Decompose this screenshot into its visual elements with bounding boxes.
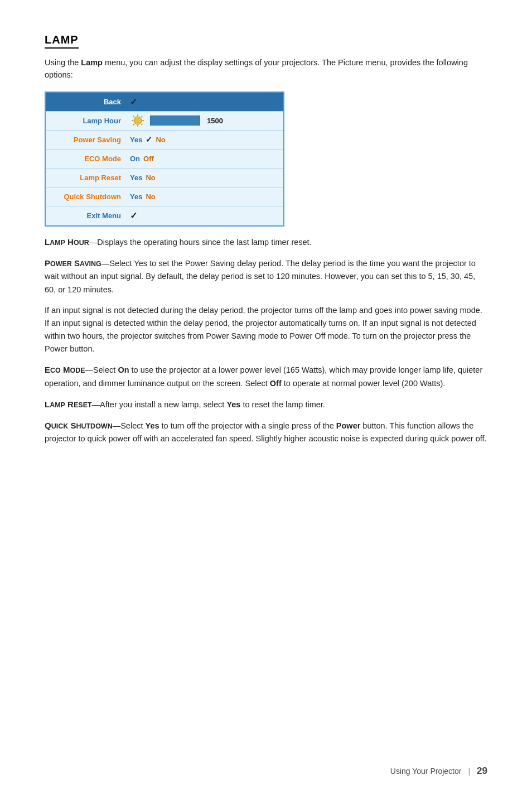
osd-row-quick-shutdown: Quick Shutdown Yes No [46, 187, 283, 206]
quick-shutdown-yes: Yes [130, 192, 142, 201]
osd-value-eco-mode: On Off [127, 155, 283, 163]
desc-dash-lamp-hour: — [89, 238, 98, 247]
footer-page-number: 29 [477, 766, 487, 777]
desc-power-saving-extra: If an input signal is not detected durin… [45, 304, 487, 356]
osd-row-back: Back ✓ [46, 93, 283, 112]
osd-label-quick-shutdown: Quick Shutdown [46, 192, 127, 201]
osd-row-lamp-hour: Lamp Hour 1500 [46, 112, 283, 131]
osd-row-eco-mode: ECO Mode On Off [46, 150, 283, 169]
osd-row-lamp-reset: Lamp Reset Yes No [46, 169, 283, 187]
quick-shutdown-no: No [146, 192, 155, 201]
svg-line-8 [133, 124, 134, 125]
desc-term-eco-mode: ECO MODE [45, 365, 85, 374]
osd-label-lamp-reset: Lamp Reset [46, 174, 127, 182]
lamp-icon [130, 113, 146, 128]
osd-value-lamp-reset: Yes No [127, 174, 283, 182]
desc-text-lamp-reset: After you install a new lamp, select Yes… [100, 400, 325, 409]
desc-dash-eco-mode: — [85, 365, 94, 374]
desc-dash-power-saving: — [101, 259, 110, 268]
desc-term-quick-shutdown: QUICK SHUTDOWN [45, 421, 113, 430]
lamp-reset-no: No [146, 174, 155, 182]
desc-term-power-saving: POWER SAVING [45, 258, 101, 268]
back-checkmark: ✓ [130, 97, 137, 107]
lamp-hours-value: 1500 [207, 117, 223, 125]
desc-power-saving: POWER SAVING—Select Yes to set the Power… [45, 257, 487, 296]
desc-lamp-reset: LAMP RESET—After you install a new lamp,… [45, 398, 487, 411]
power-saving-no: No [156, 136, 165, 144]
footer-separator: | [468, 767, 470, 776]
power-saving-check: ✓ [146, 135, 152, 144]
page-title: LAMP [45, 33, 79, 49]
lamp-progress-bar [150, 115, 200, 126]
desc-text-power-saving: Select Yes to set the Power Saving delay… [45, 259, 476, 293]
desc-lamp-hour: LAMP HOUR—Displays the operating hours s… [45, 235, 487, 249]
desc-text-eco-mode: Select On to use the projector at a lowe… [45, 365, 482, 387]
osd-label-lamp-hour: Lamp Hour [46, 117, 127, 125]
desc-dash-quick-shutdown: — [113, 421, 121, 430]
desc-eco-mode: ECO MODE—Select On to use the projector … [45, 363, 487, 389]
desc-term-lamp-reset: LAMP RESET [45, 399, 92, 409]
desc-dash-lamp-reset: — [92, 400, 100, 409]
osd-row-exit-menu: Exit Menu ✓ [46, 206, 283, 225]
osd-value-lamp-hour: 1500 [127, 113, 283, 128]
svg-line-5 [133, 116, 134, 117]
eco-mode-off: Off [143, 155, 154, 163]
desc-text-power-saving-extra: If an input signal is not detected durin… [45, 306, 482, 354]
desc-term-lamp-hour: LAMP HOUR [45, 237, 89, 247]
svg-line-6 [141, 124, 142, 125]
desc-quick-shutdown: QUICK SHUTDOWN—Select Yes to turn off th… [45, 419, 487, 445]
osd-label-exit-menu: Exit Menu [46, 211, 127, 220]
page-footer: Using Your Projector | 29 [390, 766, 487, 777]
osd-value-back: ✓ [127, 97, 283, 107]
osd-value-power-saving: Yes ✓ No [127, 135, 283, 144]
osd-row-power-saving: Power Saving Yes ✓ No [46, 131, 283, 150]
footer-text: Using Your Projector [390, 767, 462, 776]
osd-label-back: Back [46, 98, 127, 106]
svg-point-0 [134, 117, 142, 124]
osd-menu: Back ✓ Lamp Hour 1500 [45, 92, 284, 227]
osd-label-power-saving: Power Saving [46, 136, 127, 144]
osd-label-eco-mode: ECO Mode [46, 155, 127, 163]
desc-text-lamp-hour: Displays the operating hours since the l… [97, 238, 311, 247]
svg-line-7 [141, 116, 142, 117]
intro-paragraph: Using the Lamp menu, you can adjust the … [45, 56, 487, 81]
eco-mode-on: On [130, 155, 140, 163]
lamp-reset-yes: Yes [130, 174, 142, 182]
power-saving-yes: Yes [130, 136, 142, 144]
osd-value-exit-menu: ✓ [127, 210, 283, 221]
osd-value-quick-shutdown: Yes No [127, 192, 283, 201]
exit-menu-checkmark: ✓ [130, 210, 137, 221]
